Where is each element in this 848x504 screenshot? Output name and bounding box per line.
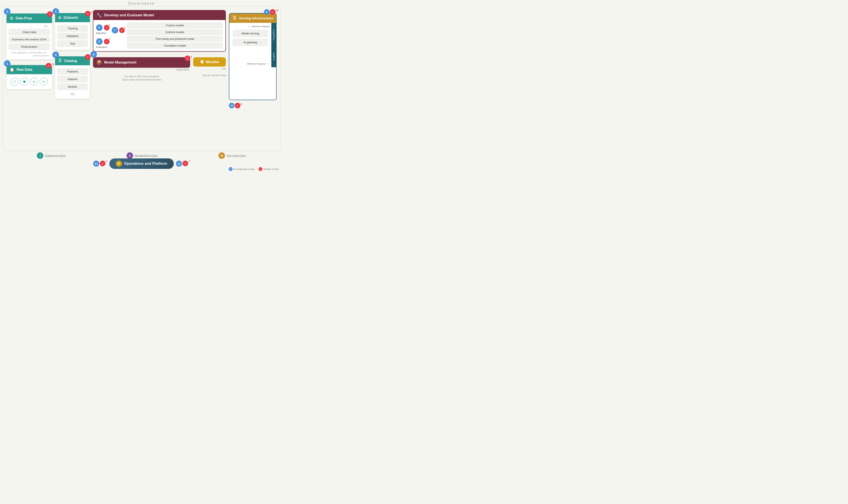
- datasets-body: Training Validation Test: [55, 22, 90, 50]
- num-2-circle: 2: [4, 8, 11, 15]
- foundation-models-item: Foundation models: [127, 43, 223, 49]
- data-prep-icon: ⚙: [10, 16, 14, 21]
- featurization-item: Featurization: [9, 43, 50, 50]
- ai-agents-spacer: [231, 48, 270, 61]
- model-mgmt-card: ⚠ 4 📦 Model Management: [93, 57, 190, 68]
- clean-data-item: Clean data: [9, 29, 50, 35]
- model-mgmt-risk-group: ⚠ 4: [185, 55, 192, 61]
- governance-title: Governance: [0, 0, 283, 6]
- model-mgmt-risk-num: 4: [191, 55, 192, 58]
- datasecops-label: DataSecOps: [45, 154, 66, 158]
- raw-data-risk-num: 11: [52, 63, 54, 66]
- model-dev-title: Develop and Evaluate Model: [104, 13, 154, 17]
- num-5-circle: 5: [96, 24, 103, 31]
- feature-extract: Feature extraction: [9, 54, 50, 58]
- mgmt-monitor-row: 8 ⚠ 4 📦 Model Management: [93, 54, 226, 81]
- serving-header: 🗄 Serving Infrastructure: [229, 14, 276, 23]
- eval-row: 6 ⚠3: [96, 38, 109, 45]
- data-prep-header: ⚙ Data Prep: [6, 14, 52, 23]
- data-prep-risk-icon: ⚠: [47, 11, 53, 17]
- validation-item: Validation: [57, 33, 88, 39]
- inference-req-label: ← Inference requests: [231, 24, 270, 28]
- main-content: 2 ⚠ 4 ⚙ Data Prep ETL: [4, 8, 279, 160]
- ft-group: 7 ⚠4: [112, 27, 125, 34]
- vector-label: Vector search and feature/functions/tool…: [93, 78, 190, 81]
- num-10-circle: 10: [229, 103, 235, 108]
- legend-blue-circle: #: [229, 167, 232, 171]
- devsecops-badge: III DevSecOps: [219, 152, 246, 159]
- ai-gateway-item: AI gateway: [233, 39, 268, 46]
- num-1-circle: 1: [4, 60, 11, 67]
- raw-data-header: 📋 Raw Data: [6, 65, 52, 74]
- model-dev-icon: 🔧: [97, 13, 102, 18]
- alg-row: 5 ⚠4: [96, 24, 109, 31]
- ops-risk-icon-2: ⚠: [183, 161, 188, 166]
- ops-pill: IV Operations and Platform: [109, 158, 174, 169]
- catalog-body: Features Indexes Models 🗃: [55, 65, 90, 98]
- db-icon-4: ≋: [40, 78, 48, 86]
- ops-risk-num-2: 7: [189, 160, 190, 162]
- model-types-col: 7 ⚠4 Custom models External models Fine-…: [112, 23, 223, 49]
- serving-side-labels: Prompt/RAG AI agents: [271, 23, 276, 67]
- raw-data-section: 1 ⚠ 11 📋 Raw Data: [6, 62, 52, 89]
- serving-infra-container: 🗄 Serving Infrastructure ← Inference req…: [229, 13, 277, 100]
- serving-risk-group: 9 ⚠ 13: [264, 9, 278, 15]
- center-column: 🔧 Develop and Evaluate Model 5 ⚠4: [93, 10, 226, 81]
- ops-badge-11-group: 11 ⚠ 1: [93, 161, 107, 167]
- datasets-title: Datasets: [64, 16, 78, 20]
- ops-roman-circle: IV: [116, 161, 122, 167]
- test-item: Test: [57, 40, 88, 47]
- raw-data-risk-group: ⚠ 11: [46, 63, 54, 69]
- raw-data-icon: 📋: [10, 67, 14, 72]
- legend: # AI component number ⚠ Number of risks: [229, 167, 279, 171]
- num-12-circle: 12: [176, 161, 182, 167]
- prompt-rag-label: Prompt/RAG: [273, 28, 275, 41]
- raw-data-risk-icon: ⚠: [46, 63, 51, 69]
- monitor-section: 🖥 Monitor Logs New ML and RLHF data: [193, 57, 226, 77]
- alg-group: 5 ⚠4 Algorithm: [96, 24, 109, 34]
- secops-row: I DataSecOps II ModelSecOps III DevSecOp…: [6, 152, 277, 159]
- model-list: Custom models External models Fine-tunin…: [127, 23, 223, 49]
- indexes-item: Indexes: [57, 76, 88, 82]
- legend-risk: ⚠ Number of risks: [259, 167, 279, 171]
- model-mgmt-icon: 📦: [97, 60, 102, 65]
- num-4-circle: 4: [52, 52, 59, 58]
- data-prep-body: ETL Clean data Exploratory data analytic…: [6, 23, 52, 59]
- page-wrapper: Governance 2 ⚠ 4: [0, 0, 283, 172]
- eval-label: Evaluation: [96, 46, 109, 48]
- ai-agents-label: AI agents: [273, 52, 275, 62]
- badge-8: 8: [90, 51, 97, 58]
- data-prep-card: ⚠ 4 ⚙ Data Prep ETL Clean data Explorato…: [6, 14, 52, 59]
- newml-label: New ML and RLHF data: [203, 74, 226, 77]
- num-8-circle: 8: [90, 51, 97, 58]
- model-mgmt-header: 📦 Model Management: [93, 58, 190, 67]
- data-icon-row: ⬡ ⬢ ◎ ≋: [9, 76, 50, 87]
- etl-label: ETL: [9, 25, 50, 28]
- ops-label: Operations and Platform: [124, 161, 167, 166]
- legend-component: # AI component number: [229, 167, 255, 171]
- modelsecops-circle: II: [126, 152, 133, 159]
- legend-red-circle: ⚠: [259, 167, 262, 171]
- flow-layout: 2 ⚠ 4 ⚙ Data Prep ETL: [4, 8, 279, 160]
- model-dev-body: 5 ⚠4 Algorithm 6: [93, 20, 225, 51]
- datasets-risk-num: 3: [91, 11, 92, 14]
- datasets-section: 3 ⚠ 3 ⊞ Datasets Training Val: [55, 10, 90, 50]
- catalog-db-icon: 🗃: [57, 91, 88, 97]
- datasecops-circle: I: [37, 152, 44, 159]
- serving-main: ← Inference requests Model serving AI ga…: [229, 23, 271, 67]
- badge-2: 2: [4, 8, 11, 15]
- serving-risk-icon: ⚠: [270, 9, 276, 15]
- model-dev-header: 🔧 Develop and Evaluate Model: [93, 11, 225, 20]
- model-mgmt-risk-icon: ⚠: [185, 55, 190, 61]
- model-mgmt-section: 8 ⚠ 4 📦 Model Management: [93, 54, 190, 81]
- num-6-circle: 6: [96, 38, 103, 45]
- db-icon-1: ⬡: [11, 78, 19, 86]
- monitor-title: Monitor: [206, 60, 219, 64]
- datasecops-badge: I DataSecOps: [37, 152, 66, 159]
- model-dev-card: 🔧 Develop and Evaluate Model 5 ⚠4: [93, 10, 226, 52]
- raw-data-body: ⬡ ⬢ ◎ ≋: [6, 74, 52, 89]
- features-item: Features: [57, 68, 88, 75]
- ops-risk-num-1: 1: [106, 160, 107, 162]
- alg-risk-num: 4: [108, 24, 110, 26]
- model-mgmt-title: Model Management: [104, 60, 136, 65]
